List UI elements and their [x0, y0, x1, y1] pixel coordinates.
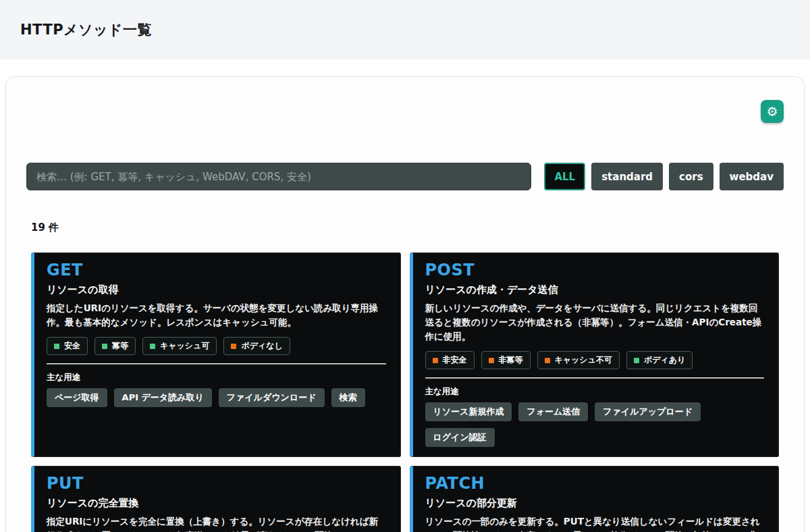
filter-button-cors[interactable]: cors — [669, 163, 713, 190]
badge-dot-icon — [489, 358, 494, 363]
badge-dot-icon — [634, 358, 639, 363]
uses-label: 主な用途 — [47, 372, 386, 383]
result-count: 19 件 — [31, 221, 784, 234]
badge-dot-icon — [545, 358, 550, 363]
badge-label: 非冪等 — [499, 354, 523, 366]
method-card-put: PUT リソースの完全置換 指定URIにリソースを完全に置換（上書き）する。リソ… — [31, 466, 401, 532]
badge-row: 安全 冪等 キャッシュ可 ボディなし — [47, 337, 386, 355]
property-badge: 冪等 — [94, 337, 136, 355]
card-divider — [47, 363, 386, 365]
main-panel: ⚙ ALL standard cors webdav 19 件 GET リソース… — [5, 76, 805, 532]
badge-dot-icon — [54, 344, 59, 349]
property-badge: 非安全 — [425, 351, 475, 369]
use-chip: ファイルダウンロード — [219, 388, 325, 407]
use-chip: ファイルアップロード — [595, 402, 701, 421]
use-chip: フォーム送信 — [518, 402, 588, 421]
method-name: POST — [425, 261, 765, 279]
method-name: PUT — [47, 475, 386, 492]
use-chip: ログイン認証 — [425, 428, 495, 447]
uses-row: ページ取得 API データ読み取り ファイルダウンロード 検索 — [47, 388, 386, 407]
method-card-get: GET リソースの取得 指定したURIのリソースを取得する。サーバの状態を変更し… — [31, 252, 401, 457]
badge-label: キャッシュ可 — [160, 340, 209, 352]
method-description: 指定URIにリソースを完全に置換（上書き）する。リソースが存在しなければ新規作成… — [47, 514, 386, 532]
toolbar: ⚙ — [26, 100, 784, 123]
badge-dot-icon — [433, 358, 438, 363]
method-subtitle: リソースの部分更新 — [425, 497, 765, 510]
gear-icon: ⚙ — [766, 105, 778, 118]
method-subtitle: リソースの完全置換 — [47, 497, 386, 510]
property-badge: ボディなし — [223, 337, 290, 355]
property-badge: 非冪等 — [481, 351, 531, 369]
badge-label: 冪等 — [112, 340, 128, 352]
badge-row: 非安全 非冪等 キャッシュ不可 ボディあり — [425, 351, 765, 369]
card-divider — [425, 377, 765, 379]
uses-row: リソース新規作成 フォーム送信 ファイルアップロード ログイン認証 — [425, 402, 765, 447]
method-name: GET — [47, 261, 386, 279]
uses-label: 主な用途 — [425, 386, 765, 397]
filter-button-all[interactable]: ALL — [544, 163, 585, 190]
badge-dot-icon — [102, 344, 107, 349]
app-header: HTTPメソッド一覧 — [0, 0, 810, 59]
badge-label: 非安全 — [443, 354, 467, 366]
method-card-post: POST リソースの作成・データ送信 新しいリソースの作成や、データをサーバに送… — [410, 252, 780, 457]
property-badge: キャッシュ不可 — [537, 351, 620, 369]
badge-label: 安全 — [64, 340, 80, 352]
property-badge: キャッシュ可 — [142, 337, 217, 355]
filter-button-standard[interactable]: standard — [591, 163, 663, 190]
method-name: PATCH — [425, 475, 765, 492]
property-badge: 安全 — [47, 337, 88, 355]
method-subtitle: リソースの作成・データ送信 — [425, 284, 765, 296]
method-card-grid: GET リソースの取得 指定したURIのリソースを取得する。サーバの状態を変更し… — [31, 252, 779, 532]
use-chip: 検索 — [331, 388, 365, 407]
settings-button[interactable]: ⚙ — [761, 100, 784, 123]
filter-button-webdav[interactable]: webdav — [720, 163, 784, 190]
property-badge: ボディあり — [626, 351, 693, 369]
filter-group: ALL standard cors webdav — [544, 163, 784, 190]
badge-dot-icon — [150, 344, 155, 349]
method-description: リソースの一部のみを更新する。PUTと異なり送信しないフィールドは変更されない。… — [425, 514, 765, 532]
use-chip: ページ取得 — [47, 388, 107, 407]
page-title: HTTPメソッド一覧 — [20, 20, 152, 39]
badge-label: キャッシュ不可 — [555, 354, 612, 366]
method-description: 指定したURIのリソースを取得する。サーバの状態を変更しない読み取り専用操作。最… — [47, 301, 386, 329]
use-chip: リソース新規作成 — [425, 402, 512, 421]
badge-dot-icon — [231, 344, 236, 349]
search-input[interactable] — [26, 163, 531, 190]
use-chip: API データ読み取り — [114, 388, 212, 407]
method-description: 新しいリソースの作成や、データをサーバに送信する。同じリクエストを複数回送ると複… — [425, 301, 765, 344]
search-row: ALL standard cors webdav — [26, 163, 784, 190]
method-card-patch: PATCH リソースの部分更新 リソースの一部のみを更新する。PUTと異なり送信… — [410, 466, 780, 532]
badge-label: ボディなし — [241, 340, 282, 352]
badge-label: ボディあり — [644, 354, 685, 366]
method-subtitle: リソースの取得 — [47, 284, 386, 296]
